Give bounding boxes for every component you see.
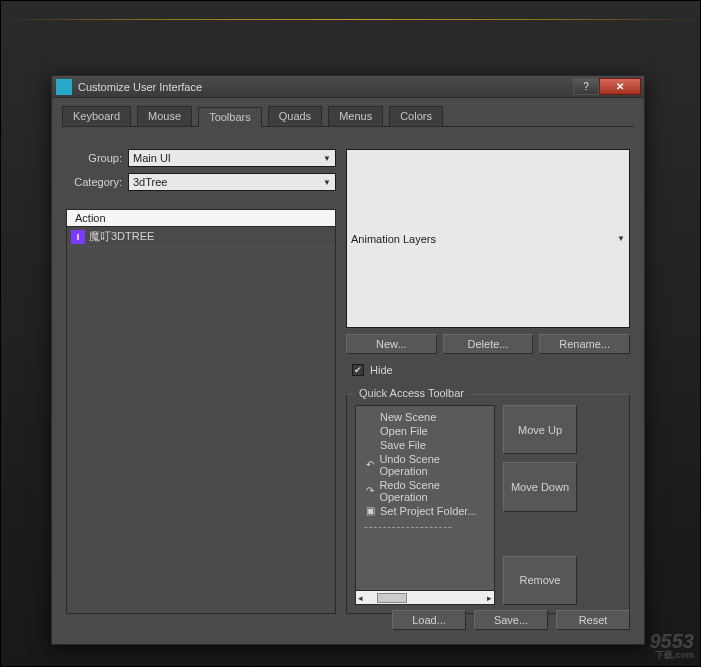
group-label: Group:	[66, 152, 128, 164]
redo-icon: ↷	[364, 485, 375, 497]
scroll-right-icon[interactable]: ▸	[487, 593, 492, 603]
tab-quads[interactable]: Quads	[268, 106, 322, 126]
tab-colors[interactable]: Colors	[389, 106, 443, 126]
help-button[interactable]: ?	[573, 78, 599, 95]
quick-access-toolbar-group: Quick Access Toolbar New Scene Open File…	[346, 394, 630, 614]
qat-legend: Quick Access Toolbar	[355, 387, 468, 399]
separator: -------------------	[364, 520, 486, 532]
move-up-button[interactable]: Move Up	[503, 405, 577, 454]
chevron-down-icon: ▼	[323, 154, 331, 163]
blank-icon	[364, 439, 376, 451]
undo-icon: ↶	[364, 459, 375, 471]
scroll-thumb[interactable]	[377, 593, 407, 603]
list-item[interactable]: ↷Redo Scene Operation	[358, 478, 492, 504]
list-item[interactable]: Open File	[358, 424, 492, 438]
dialog-title: Customize User Interface	[78, 81, 573, 93]
hide-checkbox[interactable]: ✔	[352, 364, 364, 376]
action-list[interactable]: Action I 魔叮3DTREE	[66, 209, 336, 614]
category-dropdown[interactable]: 3dTree ▼	[128, 173, 336, 191]
remove-button[interactable]: Remove	[503, 556, 577, 605]
tab-mouse[interactable]: Mouse	[137, 106, 192, 126]
tab-menus[interactable]: Menus	[328, 106, 383, 126]
hide-label: Hide	[370, 364, 393, 376]
save-button[interactable]: Save...	[474, 610, 548, 630]
titlebar[interactable]: Customize User Interface ? ✕	[52, 76, 644, 98]
blank-icon	[364, 411, 376, 423]
tab-bar: Keyboard Mouse Toolbars Quads Menus Colo…	[62, 106, 634, 127]
list-item[interactable]: Save File	[358, 438, 492, 452]
move-down-button[interactable]: Move Down	[503, 462, 577, 511]
list-item[interactable]: ▣Set Project Folder...	[358, 504, 492, 518]
qat-list[interactable]: New Scene Open File Save File ↶Undo Scen…	[355, 405, 495, 605]
tab-toolbars[interactable]: Toolbars	[198, 107, 262, 127]
action-item-label: 魔叮3DTREE	[89, 229, 154, 244]
load-button[interactable]: Load...	[392, 610, 466, 630]
rename-button[interactable]: Rename...	[539, 334, 630, 354]
tab-keyboard[interactable]: Keyboard	[62, 106, 131, 126]
action-column-header[interactable]: Action	[67, 210, 335, 227]
watermark: 9553下载.com	[650, 630, 695, 662]
horizontal-scrollbar[interactable]: ◂ ▸	[356, 590, 494, 604]
group-dropdown[interactable]: Main UI ▼	[128, 149, 336, 167]
scroll-left-icon[interactable]: ◂	[358, 593, 363, 603]
delete-button[interactable]: Delete...	[443, 334, 534, 354]
close-button[interactable]: ✕	[599, 78, 641, 95]
action-item[interactable]: I 魔叮3DTREE	[67, 227, 335, 247]
toolbar-dropdown[interactable]: Animation Layers ▼	[346, 149, 630, 328]
app-icon	[56, 79, 72, 95]
blank-icon	[364, 425, 376, 437]
category-label: Category:	[66, 176, 128, 188]
reset-button[interactable]: Reset	[556, 610, 630, 630]
new-button[interactable]: New...	[346, 334, 437, 354]
chevron-down-icon: ▼	[617, 234, 625, 243]
chevron-down-icon: ▼	[323, 178, 331, 187]
list-item[interactable]: ↶Undo Scene Operation	[358, 452, 492, 478]
list-item[interactable]: New Scene	[358, 410, 492, 424]
plugin-icon: I	[71, 230, 85, 244]
customize-ui-dialog: Customize User Interface ? ✕ Keyboard Mo…	[51, 75, 645, 645]
folder-icon: ▣	[364, 505, 376, 517]
